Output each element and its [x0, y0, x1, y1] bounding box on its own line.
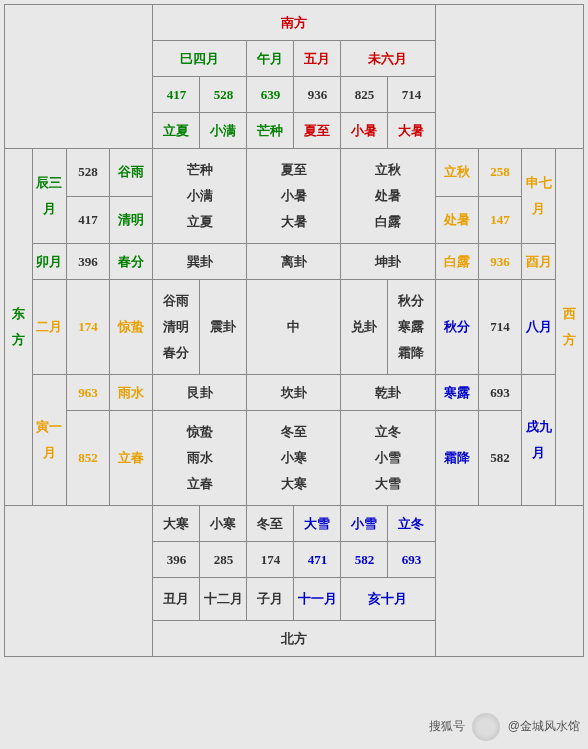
- month-chou: 丑月: [153, 578, 200, 621]
- chen-term-2: 清明: [110, 196, 153, 244]
- dui-lines: 秋分 寒露 霜降: [388, 280, 435, 375]
- chen-term-1: 谷雨: [110, 149, 153, 197]
- zhen-gua: 震卦: [200, 280, 247, 375]
- ba-num: 714: [478, 280, 521, 375]
- dui-gua: 兑卦: [341, 280, 388, 375]
- month-you: 酉月: [522, 244, 556, 280]
- south-num-4: 825: [341, 77, 388, 113]
- er-num: 174: [66, 280, 109, 375]
- month-si: 巳四月: [153, 41, 247, 77]
- chen-num-2: 417: [66, 196, 109, 244]
- shen-term-1: 立秋: [435, 149, 478, 197]
- you-term: 白露: [435, 244, 478, 280]
- yin-num-2: 852: [66, 411, 109, 506]
- xu-term-2: 霜降: [435, 411, 478, 506]
- dir-west: 西方: [556, 149, 584, 506]
- mao-term: 春分: [110, 244, 153, 280]
- north-num-3: 471: [294, 542, 341, 578]
- month-chen: 辰三月: [32, 149, 66, 244]
- xun-lines: 芒种 小满 立夏: [153, 149, 247, 244]
- month-hai: 亥十月: [341, 578, 435, 621]
- north-num-4: 582: [341, 542, 388, 578]
- dir-east: 东方: [5, 149, 33, 506]
- kun-gua: 坤卦: [341, 244, 435, 280]
- gen-lines: 惊蛰 雨水 立春: [153, 411, 247, 506]
- qian-lines: 立冬 小雪 大雪: [341, 411, 435, 506]
- south-num-3: 936: [294, 77, 341, 113]
- north-term-1: 小寒: [200, 506, 247, 542]
- month-zi: 子月: [247, 578, 294, 621]
- month-wu-b: 五月: [294, 41, 341, 77]
- south-num-5: 714: [388, 77, 435, 113]
- month-ba: 八月: [522, 280, 556, 375]
- month-shen: 申七月: [522, 149, 556, 244]
- south-term-2: 芒种: [247, 113, 294, 149]
- month-shiyi: 十一月: [294, 578, 341, 621]
- li-lines: 夏至 小暑 大暑: [247, 149, 341, 244]
- south-num-2: 639: [247, 77, 294, 113]
- xu-num-2: 582: [478, 411, 521, 506]
- kan-gua: 坎卦: [247, 375, 341, 411]
- chen-num-1: 528: [66, 149, 109, 197]
- north-num-2: 174: [247, 542, 294, 578]
- south-term-5: 大暑: [388, 113, 435, 149]
- month-mao: 卯月: [32, 244, 66, 280]
- center-mid: 中: [247, 280, 341, 375]
- shen-num-2: 147: [478, 196, 521, 244]
- south-num-0: 417: [153, 77, 200, 113]
- month-shier: 十二月: [200, 578, 247, 621]
- dir-north: 北方: [153, 621, 435, 657]
- shen-term-2: 处暑: [435, 196, 478, 244]
- calendar-grid: 南方 巳四月 午月 五月 未六月 417 528 639 936 825 714…: [4, 4, 584, 657]
- month-wei: 未六月: [341, 41, 435, 77]
- you-num: 936: [478, 244, 521, 280]
- kun-lines: 立秋 处暑 白露: [341, 149, 435, 244]
- yin-term-1: 雨水: [110, 375, 153, 411]
- north-term-3: 大雪: [294, 506, 341, 542]
- er-term: 惊蛰: [110, 280, 153, 375]
- li-gua: 离卦: [247, 244, 341, 280]
- north-num-1: 285: [200, 542, 247, 578]
- north-term-2: 冬至: [247, 506, 294, 542]
- kan-lines: 冬至 小寒 大寒: [247, 411, 341, 506]
- dir-south: 南方: [153, 5, 435, 41]
- north-num-5: 693: [388, 542, 435, 578]
- qian-gua: 乾卦: [341, 375, 435, 411]
- xu-term-1: 寒露: [435, 375, 478, 411]
- north-num-0: 396: [153, 542, 200, 578]
- month-yin: 寅一月: [32, 375, 66, 506]
- north-term-0: 大寒: [153, 506, 200, 542]
- north-term-4: 小雪: [341, 506, 388, 542]
- month-er: 二月: [32, 280, 66, 375]
- south-term-3: 夏至: [294, 113, 341, 149]
- xu-num-1: 693: [478, 375, 521, 411]
- yin-num-1: 963: [66, 375, 109, 411]
- month-xu: 戌九月: [522, 375, 556, 506]
- south-num-1: 528: [200, 77, 247, 113]
- south-term-1: 小满: [200, 113, 247, 149]
- xun-gua: 巽卦: [153, 244, 247, 280]
- south-term-0: 立夏: [153, 113, 200, 149]
- yin-term-2: 立春: [110, 411, 153, 506]
- south-term-4: 小暑: [341, 113, 388, 149]
- zhen-lines: 谷雨 清明 春分: [153, 280, 200, 375]
- mao-num: 396: [66, 244, 109, 280]
- ba-term: 秋分: [435, 280, 478, 375]
- month-wu-a: 午月: [247, 41, 294, 77]
- gen-gua: 艮卦: [153, 375, 247, 411]
- shen-num-1: 258: [478, 149, 521, 197]
- north-term-5: 立冬: [388, 506, 435, 542]
